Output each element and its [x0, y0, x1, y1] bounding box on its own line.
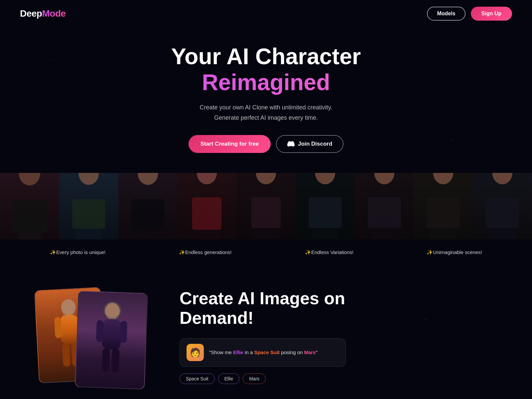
feature-2: ✨Endless generations!	[179, 249, 232, 255]
svg-rect-20	[368, 197, 401, 228]
hero-section: Your AI Character Reimagined Create your…	[0, 27, 532, 173]
discord-icon	[287, 140, 295, 148]
models-button[interactable]: Models	[427, 7, 465, 21]
start-creating-button[interactable]: Start Creating for free	[189, 135, 271, 153]
image-strip-item-9	[473, 173, 532, 239]
svg-rect-38	[120, 321, 127, 343]
prompt-avatar: 🧑	[187, 344, 204, 361]
hero-subtitle-line1: Create your own AI Clone with unlimited …	[200, 104, 332, 111]
svg-rect-29	[54, 317, 62, 338]
prompt-mid1: in a	[245, 349, 254, 355]
prompt-item-highlight: Space Suit	[254, 349, 280, 355]
chat-prompt-box: 🧑 "Show me Ellie in a Space Suit posing …	[180, 338, 346, 367]
image-strip-item-7	[355, 173, 414, 239]
discord-label: Join Discord	[298, 141, 332, 147]
svg-rect-31	[62, 343, 70, 366]
svg-rect-17	[309, 197, 342, 228]
svg-rect-11	[192, 197, 222, 230]
feature-4: ✨Unimaginable scenes!	[427, 249, 482, 255]
image-strip	[0, 173, 532, 239]
hero-title-line2: Reimagined	[7, 69, 525, 96]
svg-rect-40	[111, 348, 120, 372]
svg-rect-26	[486, 197, 519, 228]
prompt-name-highlight: Ellie	[233, 349, 243, 355]
feature-3: ✨Endless Variations!	[305, 249, 353, 255]
bottom-section: Create AI Images on Demand! 🧑 "Show me E…	[0, 262, 532, 399]
bottom-img-front	[75, 291, 148, 389]
image-strip-item-2	[59, 173, 118, 239]
svg-rect-36	[101, 319, 121, 350]
hero-title: Your AI Character Reimagined	[7, 44, 525, 96]
image-strip-item-3	[118, 173, 178, 239]
feature-1: ✨Every photo is unique!	[50, 249, 105, 255]
features-row: ✨Every photo is unique! ✨Endless generat…	[0, 239, 532, 262]
header: DeepMode Models Sign Up	[0, 0, 532, 27]
svg-rect-23	[427, 197, 460, 228]
hero-subtitle-line2: Generate perfect AI images every time.	[214, 114, 318, 121]
prompt-location-highlight: Mars	[304, 349, 316, 355]
hero-subtitle: Create your own AI Clone with unlimited …	[7, 102, 525, 123]
svg-rect-37	[96, 320, 104, 342]
svg-rect-8	[131, 199, 165, 229]
logo-mode: Mode	[42, 8, 66, 19]
image-strip-item-6	[296, 173, 355, 239]
tag-space-suit[interactable]: Space Suit	[180, 373, 215, 384]
image-strip-item-5	[236, 173, 296, 239]
prompt-mid2: posing on	[281, 349, 304, 355]
svg-rect-2	[12, 200, 48, 233]
prompt-prefix: "Show me	[209, 349, 233, 355]
bottom-images	[27, 282, 153, 399]
tags-row: Space Suit Ellie Mars	[180, 373, 505, 384]
prompt-suffix: "	[316, 349, 318, 355]
hero-buttons: Start Creating for free Join Discord	[7, 135, 525, 153]
logo-deep: Deep	[20, 8, 42, 19]
tag-mars[interactable]: Mars	[243, 373, 266, 384]
hero-title-line1: Your AI Character	[7, 44, 525, 69]
image-strip-item-1	[0, 173, 59, 239]
svg-rect-39	[102, 348, 110, 372]
logo: DeepMode	[20, 8, 66, 19]
image-strip-item-8	[414, 173, 473, 239]
svg-rect-14	[251, 197, 281, 228]
image-strip-item-4	[177, 173, 236, 239]
prompt-text: "Show me Ellie in a Space Suit posing on…	[209, 349, 318, 356]
bottom-content: Create AI Images on Demand! 🧑 "Show me E…	[180, 282, 505, 384]
signup-button[interactable]: Sign Up	[471, 7, 512, 21]
svg-rect-5	[72, 199, 105, 228]
join-discord-button[interactable]: Join Discord	[276, 135, 343, 153]
bottom-title: Create AI Images on Demand!	[180, 289, 505, 329]
nav: Models Sign Up	[427, 7, 512, 21]
tag-ellie[interactable]: Ellie	[218, 373, 239, 384]
